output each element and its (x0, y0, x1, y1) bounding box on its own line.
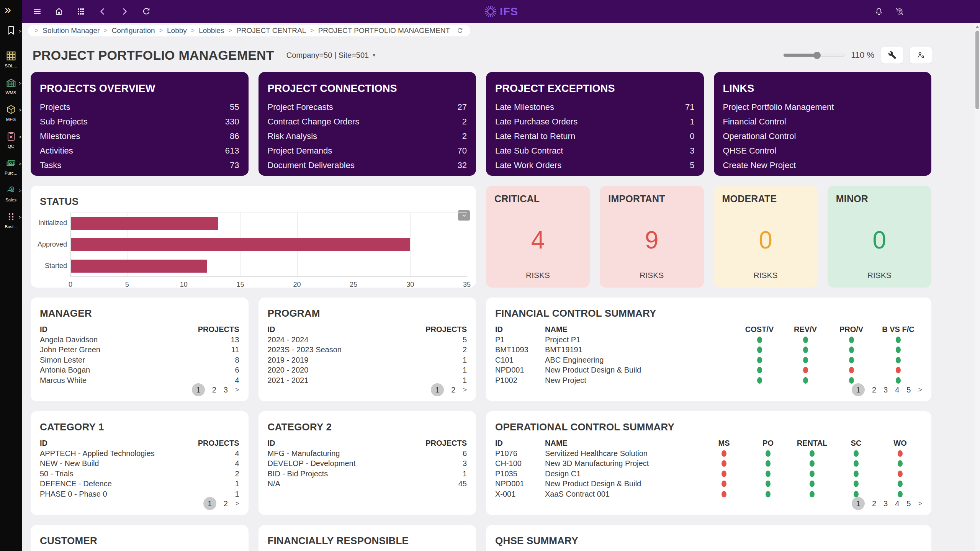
page-button[interactable]: 3 (883, 386, 888, 394)
link-item[interactable]: Operational Control (723, 129, 923, 144)
list-item[interactable]: Late Sub Contract3 (495, 144, 695, 158)
chart-plot-area (70, 212, 467, 277)
menu-icon[interactable] (33, 7, 42, 16)
breadcrumb: > Solution Manager > Configuration > Lob… (28, 25, 470, 36)
page-button[interactable]: 4 (895, 386, 899, 394)
forward-icon[interactable] (120, 7, 129, 16)
breadcrumb-item[interactable]: Solution Manager (43, 26, 100, 35)
breadcrumb-item[interactable]: Lobby (167, 26, 187, 35)
list-item[interactable]: Milestones86 (40, 129, 239, 144)
list-item[interactable]: Activities613 (40, 144, 239, 158)
link-item[interactable]: Project Portfolio Management (723, 100, 923, 114)
page-button[interactable]: 1 (203, 497, 216, 510)
scrollbar-up-arrow[interactable] (975, 26, 979, 28)
cell-name: Servitized Healthcare Solution (545, 448, 702, 459)
sidebar-item-purchasing[interactable]: Purc... > (0, 158, 22, 175)
next-page-button[interactable]: > (918, 500, 922, 508)
next-page-button[interactable]: > (463, 386, 467, 394)
list-item[interactable]: Late Milestones71 (495, 100, 695, 114)
page-button[interactable]: 3 (224, 386, 228, 394)
cell-name: ABC Engineering (545, 355, 736, 365)
link-item[interactable]: QHSE Control (723, 144, 923, 158)
left-sidebar: » > SOL... WMS > MFG > QC > Purc... > (0, 0, 22, 551)
list-item[interactable]: Projects55 (40, 100, 239, 114)
table-row: DEVELOP - Development3 (268, 459, 467, 469)
cell-id: BMT1093 (495, 345, 545, 355)
back-icon[interactable] (98, 7, 107, 16)
table-row: DEFENCE - Defence1 (40, 479, 239, 489)
breadcrumb-refresh-icon[interactable] (456, 27, 463, 34)
next-page-button[interactable]: > (235, 386, 239, 394)
list-item[interactable]: Risk Analysis2 (268, 129, 467, 144)
sidebar-item-bookmarks[interactable]: > (0, 25, 22, 35)
page-button[interactable]: 4 (895, 499, 899, 508)
page-button[interactable]: 1 (431, 383, 444, 396)
company-site-selector[interactable]: Company=50 | Site=501 ▼ (286, 51, 376, 60)
page-designer-button[interactable] (881, 47, 903, 64)
vertical-scrollbar[interactable] (975, 23, 980, 551)
page-button[interactable]: 2 (872, 386, 876, 394)
list-item[interactable]: Tasks73 (40, 158, 239, 173)
banknotes-icon (6, 158, 16, 168)
zoom-slider-knob[interactable] (813, 52, 821, 59)
cell-id: P1076 (495, 448, 545, 459)
breadcrumb-item[interactable]: Lobbies (199, 26, 224, 35)
list-item[interactable]: Sub Projects330 (40, 114, 239, 129)
chart-category-label: Initialized (40, 212, 70, 234)
notifications-bell-icon[interactable] (874, 7, 883, 16)
next-page-button[interactable]: > (235, 500, 239, 508)
status-dot (803, 367, 808, 373)
user-settings-button[interactable] (910, 47, 932, 64)
table-row: Antonia Bogan6 (40, 365, 239, 376)
scrollbar-thumb[interactable] (975, 31, 979, 109)
sidebar-item-solution[interactable]: SOL... (0, 51, 22, 68)
table-row: BID - Bid Projects1 (268, 469, 467, 479)
breadcrumb-item[interactable]: Configuration (112, 26, 155, 35)
page-button[interactable]: 2 (872, 499, 876, 508)
list-item[interactable]: Late Rental to Return0 (495, 129, 695, 144)
page-button[interactable]: 5 (906, 386, 911, 394)
list-item[interactable]: Late Work Orders5 (495, 158, 695, 173)
sidebar-expand-icon[interactable]: » (0, 0, 22, 15)
breadcrumb-item[interactable]: PROJECT CENTRAL (236, 26, 306, 35)
home-icon[interactable] (54, 7, 64, 16)
list-item[interactable]: Document Deliverables32 (268, 158, 467, 173)
apps-grid-icon[interactable] (76, 7, 85, 16)
page-button[interactable]: 1 (192, 383, 205, 396)
help-icon[interactable]: ? (895, 7, 904, 16)
next-page-button[interactable]: > (918, 386, 922, 394)
cell-name: Project P1 (545, 335, 736, 345)
refresh-icon[interactable] (142, 7, 151, 16)
page-button[interactable]: 2 (224, 499, 228, 508)
card-risk-moderate: MODERATE 0 RISKS (714, 186, 818, 288)
sidebar-item-mfg[interactable]: MFG > (0, 104, 22, 122)
link-item[interactable]: Financial Control (723, 114, 923, 129)
cell-id: C101 (495, 355, 545, 365)
list-item[interactable]: Late Purchase Orders1 (495, 114, 695, 129)
dots-icon (6, 211, 16, 222)
page-button[interactable]: 1 (852, 497, 865, 510)
solution-grid-icon (6, 51, 16, 61)
list-item[interactable]: Project Forecasts27 (268, 100, 467, 114)
bookmark-icon (6, 25, 16, 35)
zoom-slider[interactable] (784, 52, 845, 59)
page-button[interactable]: 5 (906, 499, 911, 508)
sidebar-item-qc[interactable]: QC > (0, 131, 22, 149)
chart-category-label: Started (40, 255, 70, 276)
status-dot (766, 460, 771, 467)
list-item[interactable]: Contract Change Orders2 (268, 114, 467, 129)
list-item[interactable]: Project Demands70 (268, 144, 467, 158)
sidebar-item-wms[interactable]: WMS > (0, 77, 22, 95)
page-button[interactable]: 1 (852, 383, 865, 396)
sidebar-item-basic-data[interactable]: Basi... > (0, 211, 22, 229)
link-item[interactable]: Create New Project (723, 158, 923, 173)
risk-count: 9 (608, 226, 695, 254)
cell-name: New 3D Manufacturing Project (545, 459, 702, 469)
page-button[interactable]: 3 (883, 499, 888, 508)
page-button[interactable]: 2 (451, 386, 455, 394)
sidebar-item-sales[interactable]: Sales > (0, 185, 22, 202)
ifs-spiral-icon (484, 5, 497, 18)
table-row: John Peter Green11 (40, 345, 239, 355)
breadcrumb-item-current[interactable]: PROJECT PORTFOLIO MANAGEMENT (318, 26, 450, 35)
page-button[interactable]: 2 (212, 386, 216, 394)
